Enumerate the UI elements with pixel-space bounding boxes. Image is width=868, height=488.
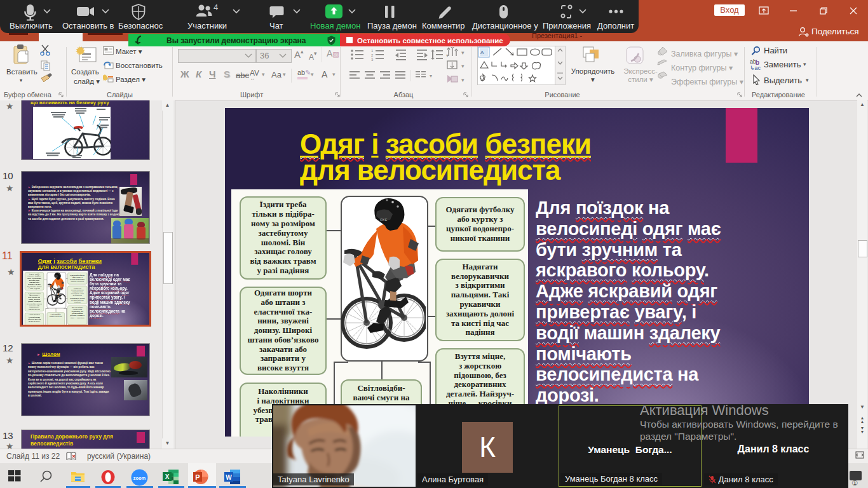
svg-text:3: 3 (371, 58, 374, 61)
svg-text:▾: ▾ (461, 77, 465, 83)
svg-text:W: W (226, 474, 232, 481)
svg-text:zoom: zoom (133, 475, 146, 481)
svg-text:1: 1 (371, 49, 374, 53)
svg-text:▾: ▾ (461, 63, 465, 69)
svg-text:4: 4 (214, 3, 218, 12)
svg-text:P: P (195, 473, 200, 481)
svg-text:▾: ▾ (430, 73, 432, 79)
svg-text:↳ac: ↳ac (750, 65, 761, 71)
svg-text:X: X (165, 473, 170, 480)
svg-text:▾: ▾ (461, 50, 465, 56)
svg-text:CKE: CKE (55, 277, 57, 278)
svg-text:2: 2 (371, 53, 374, 57)
svg-text:A: A (480, 50, 484, 55)
svg-text:CKE: CKE (380, 218, 388, 222)
